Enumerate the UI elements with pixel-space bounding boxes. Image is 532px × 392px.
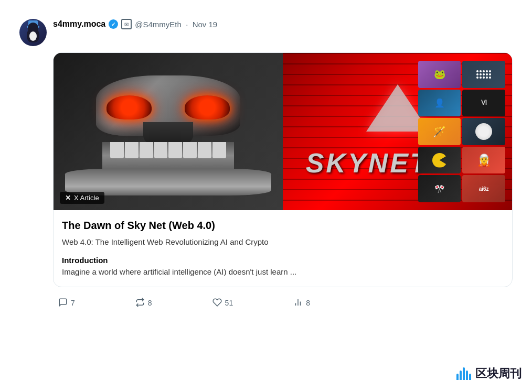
views-count: 8 [306, 299, 310, 307]
article-text-section: The Dawn of Sky Net (Web 4.0) Web 4.0: T… [54, 210, 512, 287]
thumb-10: ai6z [462, 175, 505, 202]
thumb-4: Ⅵ [462, 90, 505, 117]
like-count: 51 [225, 299, 233, 307]
right-panel: SKYNET Repeat | 🐸 [283, 53, 512, 210]
thumb-3: 👤 [418, 90, 461, 117]
article-card[interactable]: SKYNET Repeat | 🐸 [53, 52, 513, 287]
article-intro-text: Imagine a world where artificial intelli… [62, 266, 504, 278]
thumb-8: 🧝 [462, 147, 505, 174]
username-date: @S4mmyEth · Nov 19 [135, 20, 217, 29]
bar-5 [469, 374, 471, 380]
watermark-text: 区块周刊 [475, 366, 522, 382]
user-name-row: s4mmy.moca ✓ ✉ @S4mmyEth · Nov 19 [53, 19, 217, 29]
bar-3 [463, 367, 465, 380]
views-icon [293, 298, 303, 309]
thumb-9: 🎌 [418, 175, 461, 202]
left-panel [54, 53, 283, 210]
article-image: SKYNET Repeat | 🐸 [54, 53, 512, 210]
article-intro-label: Introduction [62, 255, 504, 267]
article-title: The Dawn of Sky Net (Web 4.0) [62, 219, 504, 232]
retweet-count: 8 [148, 299, 152, 307]
tweet-content-area: SKYNET Repeat | 🐸 [53, 52, 513, 312]
thumb-6 [462, 118, 505, 145]
article-badge-label: X Article [74, 194, 99, 202]
like-button[interactable]: 51 [207, 295, 239, 312]
bar-1 [456, 374, 459, 380]
reply-button[interactable]: 7 [53, 295, 80, 312]
article-badge: ✕ X Article [60, 192, 104, 204]
retweet-button[interactable]: 8 [130, 295, 157, 312]
reply-count: 7 [71, 299, 75, 307]
user-info: s4mmy.moca ✓ ✉ @S4mmyEth · Nov 19 [53, 19, 217, 29]
x-icon: ✕ [65, 194, 71, 202]
bar-4 [466, 371, 468, 380]
retweet-icon [135, 298, 145, 309]
verified-badge: ✓ [109, 19, 118, 29]
thumb-grid: 🐸 👤 Ⅵ 🪄 [418, 61, 505, 202]
article-subtitle: Web 4.0: The Intelligent Web Revolutioni… [62, 236, 504, 248]
tweet-card: s4mmy.moca ✓ ✉ @S4mmyEth · Nov 19 [19, 10, 513, 320]
tweet-actions: 7 8 51 [53, 295, 315, 312]
thumb-5: 🪄 [418, 118, 461, 145]
watermark-area: 区块周刊 [456, 366, 522, 382]
reply-icon [58, 298, 68, 309]
tweet-header: s4mmy.moca ✓ ✉ @S4mmyEth · Nov 19 [19, 19, 513, 46]
thumb-2 [462, 61, 505, 88]
watermark-bars [456, 367, 471, 380]
like-icon [212, 298, 222, 309]
views-button[interactable]: 8 [288, 295, 315, 312]
thumb-7 [418, 147, 461, 174]
avatar[interactable] [19, 19, 47, 46]
thumb-1: 🐸 [418, 61, 461, 88]
display-name[interactable]: s4mmy.moca [53, 19, 105, 29]
message-badge-icon: ✉ [121, 19, 132, 29]
bar-2 [460, 371, 462, 380]
